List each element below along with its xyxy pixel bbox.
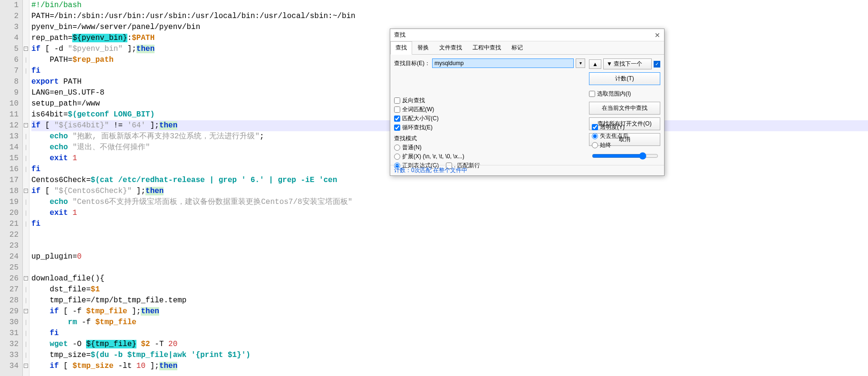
- code-line[interactable]: #!/bin/bash: [31, 0, 868, 11]
- transparency-slider[interactable]: [592, 152, 658, 160]
- transparency-checkbox[interactable]: [592, 124, 598, 130]
- match-case-checkbox[interactable]: [394, 116, 400, 122]
- code-line[interactable]: tmp_size=$(du -b $tmp_file|awk '{print $…: [31, 350, 868, 361]
- find-next-button[interactable]: ▼ 查找下一个: [603, 58, 652, 69]
- wrap-checkbox[interactable]: [394, 125, 400, 131]
- code-line[interactable]: if [ $tmp_size -lt 10 ];then: [31, 361, 868, 372]
- count-button[interactable]: 计数(T): [589, 72, 660, 85]
- line-number: 1: [2, 0, 19, 11]
- transparency-check[interactable]: 透明度(Y): [592, 123, 658, 131]
- line-number: 22: [2, 230, 19, 241]
- fold-column[interactable]: −││−││││−│││−││−││││−: [23, 0, 29, 376]
- line-number: 33: [2, 350, 19, 361]
- line-number: 18: [2, 186, 19, 197]
- on-lose-radio[interactable]: [592, 133, 598, 139]
- line-number: 12: [2, 120, 19, 131]
- fold-marker: │: [23, 208, 29, 219]
- find-tab-0[interactable]: 查找: [390, 41, 412, 55]
- fold-marker: │: [23, 295, 29, 306]
- scope-check[interactable]: 选取范围内(I): [589, 90, 660, 98]
- scope-checkbox[interactable]: [589, 91, 595, 97]
- combo-dropdown-icon[interactable]: ▾: [576, 58, 585, 68]
- line-number: 10: [2, 98, 19, 109]
- find-in-current-button[interactable]: 在当前文件中查找: [589, 102, 660, 115]
- find-prev-button[interactable]: ▲: [589, 59, 601, 69]
- line-number-gutter: 1234567891011121314151617181920212223242…: [0, 0, 23, 376]
- fold-marker[interactable]: −: [23, 361, 29, 372]
- code-line[interactable]: fi: [31, 219, 868, 230]
- mode-normal-radio[interactable]: [394, 145, 400, 151]
- reverse-checkbox[interactable]: [394, 97, 400, 104]
- line-number: 14: [2, 142, 19, 153]
- line-number: 25: [2, 262, 19, 273]
- line-number: 9: [2, 87, 19, 98]
- code-line[interactable]: if [ "${Centos6Check}" ];then: [31, 186, 868, 197]
- line-number: 6: [2, 55, 19, 66]
- mode-extended[interactable]: 扩展(X) (\n, \r, \t, \0, \x...): [394, 153, 585, 161]
- find-next-toggle[interactable]: ✓: [654, 61, 660, 67]
- fold-marker: │: [23, 317, 29, 328]
- code-line[interactable]: if [ -f $tmp_file ];then: [31, 306, 868, 317]
- fold-marker[interactable]: −: [23, 186, 29, 197]
- find-target-row: 查找目标(E)： ▾: [394, 58, 585, 68]
- code-line[interactable]: [31, 262, 868, 273]
- find-tabs: 查找替换文件查找工程中查找标记: [390, 41, 664, 55]
- find-tab-1[interactable]: 替换: [412, 41, 434, 54]
- code-line[interactable]: rm -f $tmp_file: [31, 317, 868, 328]
- code-line[interactable]: exit 1: [31, 208, 868, 219]
- wrap-check[interactable]: 循环查找(E): [394, 124, 585, 132]
- fold-marker[interactable]: −: [23, 273, 29, 284]
- reverse-search-check[interactable]: 反向查找: [394, 96, 585, 105]
- code-line[interactable]: [31, 230, 868, 241]
- find-tab-4[interactable]: 标记: [506, 41, 528, 54]
- fold-marker: │: [23, 131, 29, 142]
- fold-marker: [23, 241, 29, 251]
- fold-marker: [23, 98, 29, 109]
- find-tab-3[interactable]: 工程中查找: [467, 41, 506, 54]
- match-case-check[interactable]: 匹配大小写(C): [394, 115, 585, 123]
- fold-marker: [23, 109, 29, 120]
- fold-marker: [23, 175, 29, 186]
- whole-word-check[interactable]: 全词匹配(W): [394, 106, 585, 114]
- code-line[interactable]: [31, 241, 868, 251]
- fold-marker: [23, 87, 29, 98]
- line-number: 3: [2, 22, 19, 33]
- code-line[interactable]: fi: [31, 328, 868, 339]
- find-tab-2[interactable]: 文件查找: [434, 41, 467, 54]
- fold-marker[interactable]: −: [23, 120, 29, 131]
- code-line[interactable]: download_file(){: [31, 273, 868, 284]
- line-number: 17: [2, 175, 19, 186]
- line-number: 4: [2, 33, 19, 44]
- code-line[interactable]: Centos6Check=$(cat /etc/redhat-release |…: [31, 175, 868, 186]
- line-number: 23: [2, 241, 19, 251]
- code-line[interactable]: wget -O ${tmp_file} $2 -T 20: [31, 339, 868, 350]
- always-radio[interactable]: [592, 142, 598, 148]
- code-line[interactable]: PATH=/bin:/sbin:/usr/bin:/usr/sbin:/usr/…: [31, 11, 868, 22]
- whole-word-checkbox[interactable]: [394, 106, 400, 113]
- fold-marker[interactable]: −: [23, 306, 29, 317]
- fold-marker: [23, 11, 29, 22]
- fold-marker: │: [23, 153, 29, 164]
- code-line[interactable]: tmp_file=/tmp/bt_tmp_file.temp: [31, 295, 868, 306]
- fold-marker: │: [23, 328, 29, 339]
- transparency-always[interactable]: 始终: [592, 141, 658, 149]
- line-number: 34: [2, 361, 19, 372]
- code-line[interactable]: echo "Centos6不支持升级宝塔面板，建议备份数据重装更换Centos7…: [31, 197, 868, 208]
- fold-marker[interactable]: −: [23, 44, 29, 55]
- fold-marker: │: [23, 219, 29, 230]
- code-line[interactable]: dst_file=$1: [31, 284, 868, 295]
- fold-marker: [23, 0, 29, 11]
- line-number: 2: [2, 11, 19, 22]
- close-icon[interactable]: ✕: [655, 31, 660, 39]
- line-number: 30: [2, 317, 19, 328]
- line-number: 8: [2, 77, 19, 87]
- line-number: 26: [2, 273, 19, 284]
- find-target-input[interactable]: [432, 58, 574, 68]
- fold-marker: │: [23, 284, 29, 295]
- mode-normal[interactable]: 普通(N): [394, 144, 585, 152]
- line-number: 11: [2, 109, 19, 120]
- mode-extended-radio[interactable]: [394, 154, 400, 160]
- transparency-on-lose[interactable]: 失去焦点后: [592, 132, 658, 140]
- code-line[interactable]: up_plugin=0: [31, 251, 868, 262]
- transparency-panel: 透明度(Y) 失去焦点后 始终: [592, 122, 658, 161]
